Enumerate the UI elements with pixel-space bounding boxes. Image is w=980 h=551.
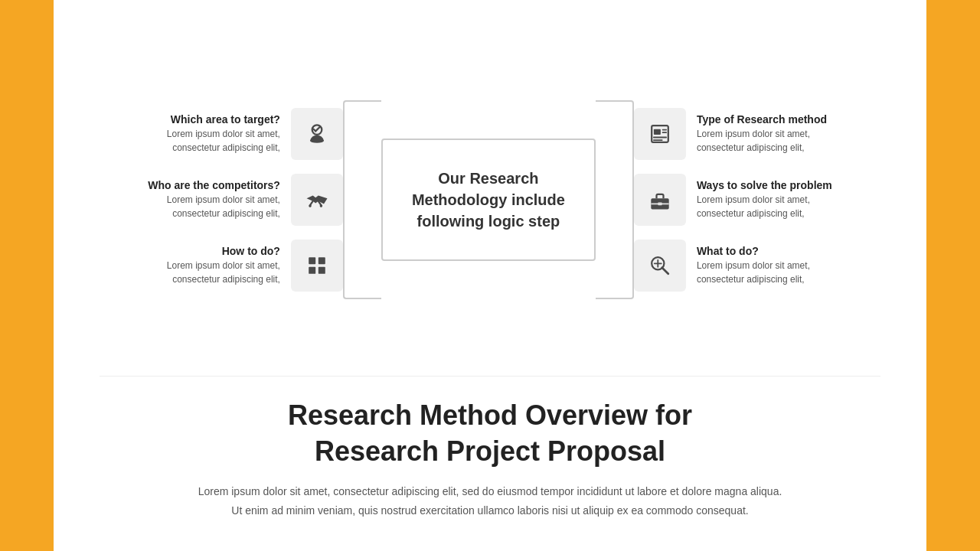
icon-box-target [291,108,343,160]
icon-box-handshake [291,174,343,226]
svg-line-18 [662,267,668,273]
svg-rect-6 [309,266,315,273]
right-item-text-2: Ways to solve the problem Lorem ipsum do… [697,178,832,221]
item-title: Type of Research method [697,112,827,128]
building-icon [303,252,331,279]
svg-rect-16 [658,202,662,205]
svg-point-1 [310,139,324,142]
item-desc: Lorem ipsum dolor sit amet,consectetur a… [697,127,827,155]
item-title: Ways to solve the problem [697,178,832,194]
list-item: Which area to target? Lorem ipsum dolor … [167,108,343,160]
left-items: Which area to target? Lorem ipsum dolor … [148,108,343,292]
svg-point-2 [309,204,312,207]
center-text: Our Research Methodology include followi… [401,168,576,232]
icon-box-news [634,108,686,160]
icon-box-chart [634,240,686,292]
item-title: How to do? [167,244,280,259]
left-item-text-2: Who are the competitors? Lorem ipsum dol… [148,178,280,221]
right-item-text-3: What to do? Lorem ipsum dolor sit amet,c… [697,244,810,287]
list-item: Type of Research method Lorem ipsum dolo… [634,108,827,160]
handshake-icon [303,186,331,214]
chart-search-icon [646,252,674,279]
list-item: Ways to solve the problem Lorem ipsum do… [634,174,832,226]
svg-rect-9 [654,129,661,134]
icon-box-briefcase [634,174,686,226]
svg-rect-7 [318,266,325,273]
svg-point-3 [320,204,323,207]
svg-rect-5 [318,257,325,264]
item-title: Which area to target? [167,112,280,128]
icon-box-building [291,240,343,292]
item-desc: Lorem ipsum dolor sit amet,consectetur a… [148,193,280,220]
item-desc: Lorem ipsum dolor sit amet,consectetur a… [167,259,280,286]
main-content: Which area to target? Lorem ipsum dolor … [54,0,926,551]
left-item-text-3: How to do? Lorem ipsum dolor sit amet,co… [167,244,280,287]
list-item: Who are the competitors? Lorem ipsum dol… [148,174,343,226]
center-box: Our Research Methodology include followi… [381,139,596,261]
bottom-desc-line1: Lorem ipsum dolor sit amet, consectetur … [100,482,880,501]
connector-bracket-right [596,100,634,299]
right-items: Type of Research method Lorem ipsum dolo… [634,108,832,292]
connector-bracket-left [343,100,381,299]
list-item: What to do? Lorem ipsum dolor sit amet,c… [634,240,810,292]
target-icon [303,120,331,148]
item-desc: Lorem ipsum dolor sit amet,consectetur a… [167,127,280,155]
right-item-text-1: Type of Research method Lorem ipsum dolo… [697,112,827,155]
item-title: Who are the competitors? [148,178,280,194]
news-icon [646,120,674,148]
bottom-section: Research Method Overview for Research Pr… [100,376,880,520]
item-desc: Lorem ipsum dolor sit amet,consectetur a… [697,259,810,286]
bottom-description: Lorem ipsum dolor sit amet, consectetur … [100,482,880,520]
item-title: What to do? [697,244,810,259]
bottom-desc-line2: Ut enim ad minim veniam, quis nostrud ex… [100,501,880,520]
left-item-text-1: Which area to target? Lorem ipsum dolor … [167,112,280,155]
svg-rect-4 [309,257,315,264]
methodology-section: Which area to target? Lorem ipsum dolor … [100,46,880,353]
bottom-title: Research Method Overview for Research Pr… [100,398,880,470]
list-item: How to do? Lorem ipsum dolor sit amet,co… [167,240,343,292]
briefcase-icon [646,186,674,214]
item-desc: Lorem ipsum dolor sit amet,consectetur a… [697,193,832,220]
bottom-title-text: Research Method Overview for Research Pr… [288,399,692,467]
